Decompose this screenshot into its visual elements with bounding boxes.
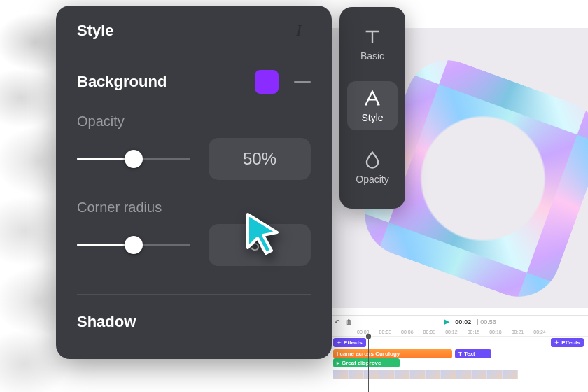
style-panel: Style I Background Opacity 50% Corner ra…: [56, 6, 332, 359]
rail-basic[interactable]: Basic: [347, 20, 398, 69]
rail-label: Basic: [360, 50, 384, 62]
opacity-label: Opacity: [77, 113, 311, 130]
text-tool-rail: Basic Style Opacity: [340, 7, 405, 209]
effects-chip[interactable]: ✦Effects: [551, 338, 584, 347]
background-color-swatch[interactable]: [255, 70, 279, 94]
video-track[interactable]: [333, 370, 584, 379]
panel-title: Style: [77, 22, 114, 40]
corner-radius-slider[interactable]: [77, 236, 190, 254]
rail-opacity[interactable]: Opacity: [347, 143, 398, 192]
playhead[interactable]: [368, 337, 369, 392]
italic-toggle[interactable]: I: [287, 21, 311, 40]
timeline[interactable]: ↶ 🗑 ▶ 00:02 | 00:56 00:0000:0300:0600:09…: [329, 315, 588, 392]
corner-radius-label: Corner radius: [77, 200, 311, 216]
timeline-tracks[interactable]: ✦Effects ✦Effects I came across Curology…: [329, 337, 588, 380]
total-duration: | 00:56: [477, 318, 496, 326]
play-icon[interactable]: ▶: [444, 317, 449, 326]
corner-radius-value-input[interactable]: 50: [209, 224, 311, 266]
shadow-label: Shadow: [77, 313, 136, 331]
trash-icon[interactable]: 🗑: [346, 318, 352, 326]
background-label: Background: [77, 73, 167, 91]
rail-label: Opacity: [356, 174, 388, 185]
caption-clip[interactable]: I came across Curology: [333, 349, 452, 358]
background-header: Background: [77, 70, 311, 94]
timeline-toolbar: ↶ 🗑 ▶ 00:02 | 00:56: [329, 316, 588, 328]
audio-clip[interactable]: ▸Great disprove: [333, 358, 400, 368]
remove-icon[interactable]: [294, 81, 311, 83]
opacity-value-input[interactable]: 50%: [209, 138, 311, 180]
playhead-time: 00:02: [455, 318, 471, 326]
style-a-icon: [363, 88, 382, 108]
opacity-slider[interactable]: [77, 150, 190, 168]
rail-label: Style: [361, 112, 383, 123]
text-icon: [363, 27, 382, 46]
style-section-header: Style I: [77, 21, 311, 50]
text-clip[interactable]: TText: [455, 349, 491, 358]
undo-icon[interactable]: ↶: [335, 318, 340, 326]
rail-style[interactable]: Style: [347, 81, 398, 130]
droplet-icon: [363, 150, 382, 169]
effects-chip[interactable]: ✦Effects: [333, 338, 366, 347]
shadow-header: Shadow: [77, 313, 311, 331]
